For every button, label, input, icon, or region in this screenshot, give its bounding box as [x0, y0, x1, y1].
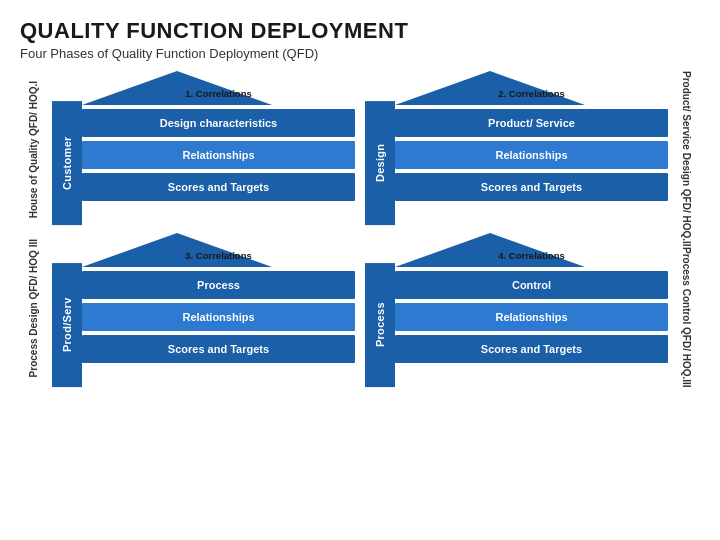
house-3-cell-2: Relationships [82, 303, 355, 331]
house-1-sidebar: Customer [52, 101, 82, 225]
subtitle: Four Phases of Quality Function Deployme… [20, 46, 700, 61]
house-3-wrapper: Prod/Serv 3. Correlations Process Relati… [52, 233, 355, 387]
house-4-cell-1: Control [395, 271, 668, 299]
house-3-cells: Process Relationships Scores and Targets [82, 267, 355, 363]
house-1-cell-3: Scores and Targets [82, 173, 355, 201]
house-2-sidebar: Design [365, 101, 395, 225]
left-label-bottom-text: Process Design QFD/ HOQ III [28, 239, 40, 377]
house-2-roof-label: 2. Correlations [395, 88, 668, 99]
right-label-bottom: Process Control QFD/ HOQ.III [672, 247, 700, 388]
house-2-cell-2: Relationships [395, 141, 668, 169]
main-content: House of Quality QFD/ HOQ.I Process Desi… [20, 71, 700, 387]
house-4-wrapper: Process 4. Correlations Control Relation… [365, 233, 668, 387]
bottom-row: Prod/Serv 3. Correlations Process Relati… [52, 233, 668, 387]
left-label-bottom: Process Design QFD/ HOQ III [20, 239, 48, 377]
house-3-body: 3. Correlations Process Relationships Sc… [82, 233, 355, 387]
right-labels: Product/ Service Design QFD/ HOQ.II Proc… [672, 71, 700, 387]
house-4-sidebar: Process [365, 263, 395, 387]
house-4-roof: 4. Correlations [395, 233, 668, 267]
house-3-roof-label: 3. Correlations [82, 250, 355, 261]
house-1-cell-1: Design characteristics [82, 109, 355, 137]
house-3-roof: 3. Correlations [82, 233, 355, 267]
house-2-cell-3: Scores and Targets [395, 173, 668, 201]
house-1-roof: 1. Correlations [82, 71, 355, 105]
house-2-cell-1: Product/ Service [395, 109, 668, 137]
page: QUALITY FUNCTION DEPLOYMENT Four Phases … [0, 0, 720, 540]
house-4-body: 4. Correlations Control Relationships Sc… [395, 233, 668, 387]
house-1-cell-2: Relationships [82, 141, 355, 169]
left-labels: House of Quality QFD/ HOQ.I Process Desi… [20, 71, 48, 387]
top-row: Customer 1. Correlations Design characte… [52, 71, 668, 225]
right-label-top-text: Product/ Service Design QFD/ HOQ.II [680, 71, 692, 247]
house-2-cells: Product/ Service Relationships Scores an… [395, 105, 668, 201]
house-3-cell-1: Process [82, 271, 355, 299]
house-1-roof-label: 1. Correlations [82, 88, 355, 99]
house-1-body: 1. Correlations Design characteristics R… [82, 71, 355, 225]
right-label-top: Product/ Service Design QFD/ HOQ.II [672, 71, 700, 247]
house-4-cell-2: Relationships [395, 303, 668, 331]
title: QUALITY FUNCTION DEPLOYMENT [20, 18, 700, 44]
house-2-body: 2. Correlations Product/ Service Relatio… [395, 71, 668, 225]
left-label-top-text: House of Quality QFD/ HOQ.I [28, 81, 40, 218]
grids-area: Customer 1. Correlations Design characte… [52, 71, 668, 387]
right-label-bottom-text: Process Control QFD/ HOQ.III [680, 247, 692, 388]
house-2-roof: 2. Correlations [395, 71, 668, 105]
house-3-cell-3: Scores and Targets [82, 335, 355, 363]
house-4-cells: Control Relationships Scores and Targets [395, 267, 668, 363]
left-label-top: House of Quality QFD/ HOQ.I [20, 81, 48, 218]
house-4-cell-3: Scores and Targets [395, 335, 668, 363]
house-2-wrapper: Design 2. Correlations Product/ Service … [365, 71, 668, 225]
house-1-cells: Design characteristics Relationships Sco… [82, 105, 355, 201]
house-3-sidebar: Prod/Serv [52, 263, 82, 387]
house-4-roof-label: 4. Correlations [395, 250, 668, 261]
house-1-wrapper: Customer 1. Correlations Design characte… [52, 71, 355, 225]
